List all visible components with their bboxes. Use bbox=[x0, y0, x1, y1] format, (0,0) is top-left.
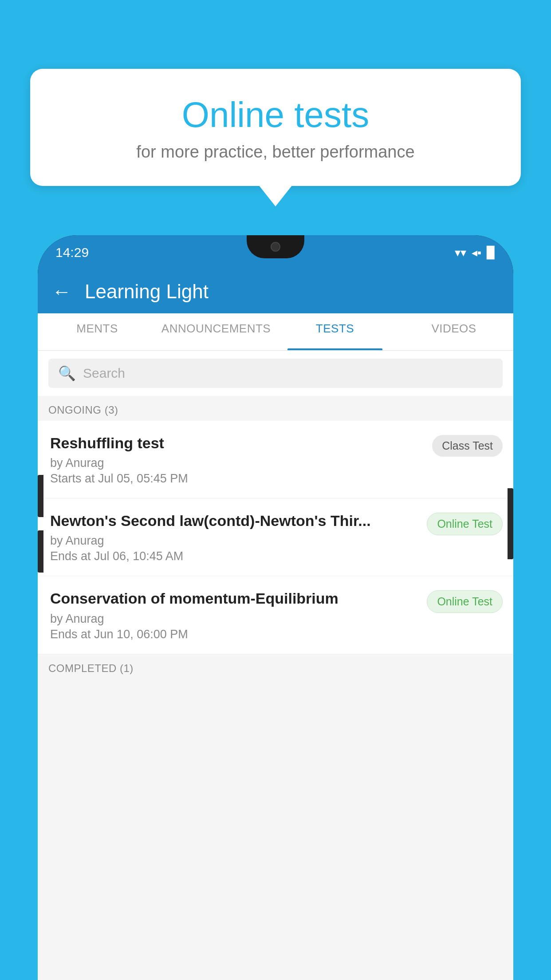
test-info: Conservation of momentum-Equilibrium by … bbox=[50, 589, 420, 641]
test-author: by Anurag bbox=[50, 534, 420, 548]
app-header: ← Learning Light bbox=[38, 270, 513, 313]
tab-videos[interactable]: VIDEOS bbox=[394, 313, 513, 350]
power-button[interactable] bbox=[508, 488, 513, 559]
ongoing-section-header: ONGOING (3) bbox=[38, 396, 513, 421]
test-list: Reshuffling test by Anurag Starts at Jul… bbox=[38, 421, 513, 654]
speech-bubble-card: Online tests for more practice, better p… bbox=[30, 69, 521, 186]
speech-bubble-subtitle: for more practice, better performance bbox=[52, 142, 499, 162]
volume-down-button[interactable] bbox=[38, 530, 43, 573]
search-placeholder: Search bbox=[83, 366, 125, 381]
status-bar: 14:29 ▾▾ ◂▪ ▉ bbox=[38, 235, 513, 270]
search-icon: 🔍 bbox=[58, 365, 76, 382]
phone-frame: 14:29 ▾▾ ◂▪ ▉ ← Learning Light MENTS ANN… bbox=[38, 235, 513, 980]
test-name: Newton's Second law(contd)-Newton's Thir… bbox=[50, 511, 420, 530]
signal-icon: ◂▪ bbox=[472, 246, 481, 260]
wifi-icon: ▾▾ bbox=[455, 246, 466, 260]
front-camera bbox=[271, 242, 280, 252]
test-date: Starts at Jul 05, 05:45 PM bbox=[50, 472, 425, 486]
test-badge-class: Class Test bbox=[432, 435, 503, 457]
test-item[interactable]: Reshuffling test by Anurag Starts at Jul… bbox=[38, 421, 513, 498]
test-info: Newton's Second law(contd)-Newton's Thir… bbox=[50, 511, 420, 563]
status-time: 14:29 bbox=[55, 245, 89, 260]
test-author: by Anurag bbox=[50, 612, 420, 626]
test-name: Conservation of momentum-Equilibrium bbox=[50, 589, 420, 608]
test-badge-online: Online Test bbox=[427, 513, 503, 535]
tab-announcements[interactable]: ANNOUNCEMENTS bbox=[157, 313, 276, 350]
test-item[interactable]: Newton's Second law(contd)-Newton's Thir… bbox=[38, 498, 513, 576]
test-info: Reshuffling test by Anurag Starts at Jul… bbox=[50, 433, 425, 486]
phone-content: 🔍 Search ONGOING (3) Reshuffling test by… bbox=[38, 351, 513, 980]
test-item[interactable]: Conservation of momentum-Equilibrium by … bbox=[38, 576, 513, 654]
volume-up-button[interactable] bbox=[38, 475, 43, 517]
battery-icon: ▉ bbox=[487, 246, 496, 260]
test-badge-online: Online Test bbox=[427, 590, 503, 613]
completed-section-header: COMPLETED (1) bbox=[38, 654, 513, 679]
search-input-wrap[interactable]: 🔍 Search bbox=[48, 359, 503, 388]
phone-notch bbox=[247, 235, 304, 258]
tab-assignments[interactable]: MENTS bbox=[38, 313, 157, 350]
search-bar-container: 🔍 Search bbox=[38, 351, 513, 396]
speech-bubble-title: Online tests bbox=[52, 95, 499, 134]
test-name: Reshuffling test bbox=[50, 433, 425, 453]
test-date: Ends at Jun 10, 06:00 PM bbox=[50, 628, 420, 641]
tab-bar: MENTS ANNOUNCEMENTS TESTS VIDEOS bbox=[38, 313, 513, 351]
app-title: Learning Light bbox=[85, 281, 209, 303]
tab-tests[interactable]: TESTS bbox=[276, 313, 394, 350]
test-author: by Anurag bbox=[50, 456, 425, 470]
test-date: Ends at Jul 06, 10:45 AM bbox=[50, 549, 420, 563]
back-button[interactable]: ← bbox=[52, 281, 71, 303]
status-icons: ▾▾ ◂▪ ▉ bbox=[455, 246, 496, 260]
